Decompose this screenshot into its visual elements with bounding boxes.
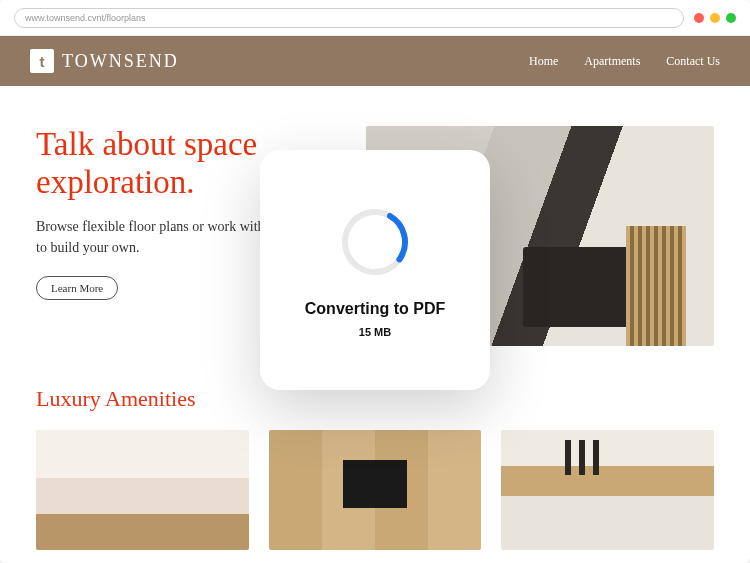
brand[interactable]: t TOWNSEND — [30, 49, 179, 73]
amenity-grid — [36, 430, 714, 550]
amenity-card[interactable] — [501, 430, 714, 550]
brand-name: TOWNSEND — [62, 51, 179, 72]
learn-more-button[interactable]: Learn More — [36, 276, 118, 300]
conversion-modal: Converting to PDF 15 MB — [260, 150, 490, 390]
maximize-icon[interactable] — [726, 13, 736, 23]
amenity-card[interactable] — [269, 430, 482, 550]
headline-line2: exploration. — [36, 164, 195, 200]
url-bar[interactable]: www.townsend.cvnt/floorplans — [14, 8, 684, 28]
nav-apartments[interactable]: Apartments — [584, 54, 640, 69]
progress-spinner-icon — [335, 202, 415, 282]
amenity-card[interactable] — [36, 430, 249, 550]
modal-title: Converting to PDF — [305, 300, 445, 318]
close-icon[interactable] — [694, 13, 704, 23]
url-text: www.townsend.cvnt/floorplans — [25, 13, 146, 23]
modal-filesize: 15 MB — [359, 326, 391, 338]
site-header: t TOWNSEND Home Apartments Contact Us — [0, 36, 750, 86]
window-controls — [694, 13, 736, 23]
nav-home[interactable]: Home — [529, 54, 558, 69]
headline-line1: Talk about space — [36, 126, 257, 162]
logo-letter: t — [40, 53, 45, 70]
nav-contact[interactable]: Contact Us — [666, 54, 720, 69]
browser-chrome: www.townsend.cvnt/floorplans — [0, 0, 750, 36]
logo-icon: t — [30, 49, 54, 73]
main-nav: Home Apartments Contact Us — [529, 54, 720, 69]
minimize-icon[interactable] — [710, 13, 720, 23]
